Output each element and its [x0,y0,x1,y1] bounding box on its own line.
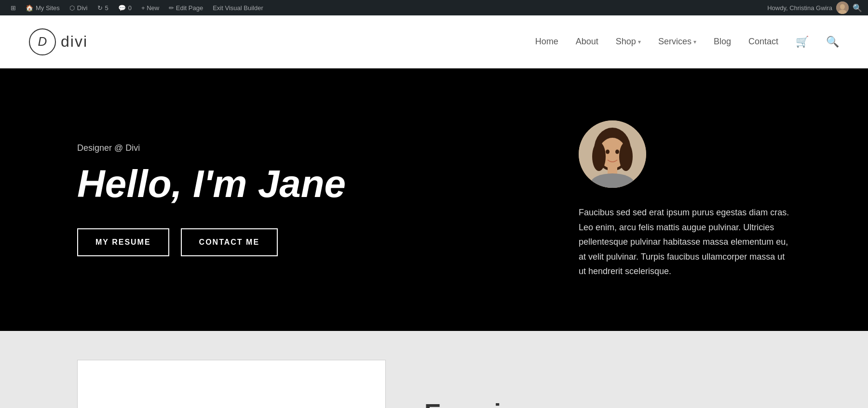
exit-builder-label: Exit Visual Builder [213,4,263,12]
new-content-menu[interactable]: + New [136,0,164,15]
site-nav: Home About Shop ▾ Services ▾ Blog Contac… [535,36,839,48]
avatar [579,120,646,188]
edit-page-button[interactable]: ✏ Edit Page [164,0,208,15]
logo-circle: D [29,28,56,55]
hero-buttons: MY RESUME CONTACT ME [77,228,550,256]
nav-blog[interactable]: Blog [714,37,731,47]
divi-label: Divi [77,4,88,12]
wp-icon: ⊞ [11,4,16,12]
howdy-label: Howdy, Christina Gwira [767,4,832,12]
nav-blog-label: Blog [714,37,731,47]
comments-count: 0 [128,4,132,12]
nav-services[interactable]: Services ▾ [658,37,696,47]
site-header: D divi Home About Shop ▾ Services ▾ Blog… [0,15,868,68]
hero-title: Hello, I'm Jane [77,163,550,205]
svg-point-6 [592,142,606,171]
comments-menu[interactable]: 💬 0 [113,0,136,15]
search-icon[interactable]: 🔍 [826,36,839,48]
chevron-down-icon: ▾ [638,39,641,45]
lower-section: Experience [0,331,868,408]
logo-text: divi [61,33,88,51]
logo-letter: D [38,34,47,49]
my-sites-menu[interactable]: 🏠 My Sites [21,0,65,15]
nav-shop-label: Shop [616,37,636,47]
divi-menu[interactable]: ⬡ Divi [65,0,93,15]
admin-bar-right: Howdy, Christina Gwira 🔍 [767,1,862,14]
nav-home[interactable]: Home [535,37,558,47]
updates-count: 5 [105,4,108,12]
nav-contact[interactable]: Contact [748,37,778,47]
wp-logo[interactable]: ⊞ [6,0,21,15]
nav-home-label: Home [535,37,558,47]
my-sites-label: My Sites [36,4,60,12]
nav-services-label: Services [658,37,692,47]
hero-section: Designer @ Divi Hello, I'm Jane MY RESUM… [0,68,868,331]
exit-builder-button[interactable]: Exit Visual Builder [208,0,268,15]
updates-icon: ↻ [97,4,103,12]
admin-bar: ⊞ 🏠 My Sites ⬡ Divi ↻ 5 💬 0 + New ✏ Edit… [0,0,868,15]
svg-point-11 [615,150,619,154]
svg-point-1 [840,4,845,10]
experience-title: Experience [424,379,558,408]
nav-contact-label: Contact [748,37,778,47]
edit-page-label: ✏ Edit Page [169,4,203,12]
nav-about-label: About [576,37,598,47]
search-icon[interactable]: 🔍 [853,3,862,13]
hero-bio: Faucibus sed sed erat ipsum purus egesta… [579,205,791,279]
hero-subtitle: Designer @ Divi [77,143,550,153]
svg-point-7 [619,142,633,171]
chevron-down-icon: ▾ [693,39,696,45]
svg-point-10 [606,150,610,154]
cart-icon[interactable]: 🛒 [796,36,809,48]
nav-shop[interactable]: Shop ▾ [616,37,641,47]
hero-right: Faucibus sed sed erat ipsum purus egesta… [550,120,791,279]
new-label: + New [141,4,159,12]
logo[interactable]: D divi [29,28,88,55]
my-sites-icon: 🏠 [26,4,33,12]
comments-icon: 💬 [118,4,126,12]
nav-about[interactable]: About [576,37,598,47]
contact-me-button[interactable]: CONTACT ME [181,228,278,256]
divi-icon: ⬡ [69,4,75,12]
my-resume-button[interactable]: MY RESUME [77,228,169,256]
hero-left: Designer @ Divi Hello, I'm Jane MY RESUM… [77,143,550,256]
updates-menu[interactable]: ↻ 5 [93,0,113,15]
avatar[interactable] [836,1,849,14]
experience-card [77,360,386,408]
